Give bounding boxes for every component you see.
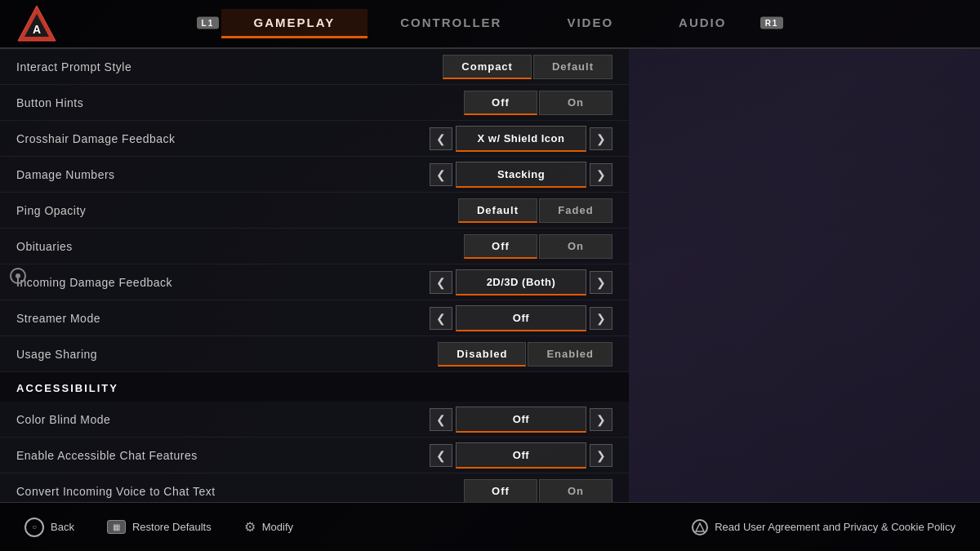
row-streamer-mode: Streamer Mode ❮ Off ❯	[0, 300, 629, 336]
label-voice-to-chat: Convert Incoming Voice to Chat Text	[16, 485, 464, 498]
toggle-obituaries-off[interactable]: Off	[464, 234, 537, 259]
label-incoming-damage-feedback: Incoming Damage Feedback	[16, 276, 430, 289]
nav-tabs: L1 GAMEPLAY CONTROLLER VIDEO AUDIO R1	[221, 9, 760, 38]
toggle-obituaries: Off On	[464, 234, 612, 259]
row-crosshair-damage-feedback: Crosshair Damage Feedback ❮ X w/ Shield …	[0, 121, 629, 157]
top-navigation: A L1 GAMEPLAY CONTROLLER VIDEO AUDIO R1	[0, 0, 980, 49]
tab-controller[interactable]: CONTROLLER	[368, 9, 534, 38]
value-damage-numbers: Stacking	[456, 162, 586, 188]
toggle-default[interactable]: Default	[533, 55, 612, 79]
label-accessible-chat: Enable Accessible Chat Features	[16, 449, 430, 462]
settings-panel: Interact Prompt Style Compact Default Bu…	[0, 49, 629, 502]
toggle-usage-sharing: Disabled Enabled	[438, 342, 612, 367]
arrow-left-colorblind[interactable]: ❮	[430, 408, 452, 431]
privacy-label: Read User Agreement and Privacy & Cookie…	[715, 521, 956, 533]
privacy-action[interactable]: Read User Agreement and Privacy & Cookie…	[692, 519, 956, 535]
selector-streamer-mode: ❮ Off ❯	[430, 305, 612, 331]
label-streamer-mode: Streamer Mode	[16, 312, 430, 325]
toggle-button-hints-off[interactable]: Off	[464, 91, 537, 115]
label-button-hints: Button Hints	[16, 96, 464, 109]
value-crosshair-damage-feedback: X w/ Shield Icon	[456, 126, 586, 152]
row-usage-sharing: Usage Sharing Disabled Enabled	[0, 336, 629, 372]
toggle-usage-enabled[interactable]: Enabled	[528, 342, 612, 367]
arrow-right-damage[interactable]: ❯	[590, 163, 612, 186]
row-ping-opacity: Ping Opacity Default Faded	[0, 193, 629, 229]
label-interact-prompt-style: Interact Prompt Style	[16, 60, 443, 73]
tab-video[interactable]: VIDEO	[534, 9, 646, 38]
selector-color-blind-mode: ❮ Off ❯	[430, 407, 612, 433]
value-streamer-mode: Off	[456, 305, 586, 331]
row-damage-numbers: Damage Numbers ❮ Stacking ❯	[0, 157, 629, 193]
selector-crosshair-damage-feedback: ❮ X w/ Shield Icon ❯	[430, 126, 612, 152]
label-damage-numbers: Damage Numbers	[16, 168, 430, 181]
indicator-dot	[16, 273, 20, 278]
back-icon: ○	[24, 518, 44, 537]
keyboard-restore-icon: ▦	[107, 520, 126, 534]
bottom-bar: ○ Back ▦ Restore Defaults ⚙ Modify Read …	[0, 502, 980, 551]
label-usage-sharing: Usage Sharing	[16, 348, 438, 361]
apex-logo: A	[16, 4, 57, 45]
r1-badge: R1	[760, 16, 784, 29]
selector-damage-numbers: ❮ Stacking ❯	[430, 162, 612, 188]
triangle-icon	[692, 519, 708, 535]
arrow-left-incoming[interactable]: ❮	[430, 271, 452, 294]
label-color-blind-mode: Color Blind Mode	[16, 413, 430, 426]
left-indicator	[10, 268, 26, 284]
modify-action[interactable]: ⚙ Modify	[244, 519, 293, 535]
toggle-voice-to-chat: Off On	[464, 479, 612, 503]
row-button-hints: Button Hints Off On	[0, 85, 629, 121]
label-obituaries: Obituaries	[16, 240, 464, 253]
row-interact-prompt-style: Interact Prompt Style Compact Default	[0, 49, 629, 85]
value-accessible-chat: Off	[456, 442, 586, 469]
toggle-ping-default[interactable]: Default	[458, 198, 537, 223]
row-voice-to-chat: Convert Incoming Voice to Chat Text Off …	[0, 473, 629, 502]
toggle-voice-off[interactable]: Off	[464, 479, 537, 503]
toggle-obituaries-on[interactable]: On	[539, 234, 612, 259]
toggle-compact[interactable]: Compact	[443, 55, 532, 79]
row-incoming-damage-feedback: Incoming Damage Feedback ❮ 2D/3D (Both) …	[0, 264, 629, 300]
tab-audio[interactable]: AUDIO R1	[646, 9, 759, 38]
modify-icon: ⚙	[244, 519, 256, 535]
selector-incoming-damage-feedback: ❮ 2D/3D (Both) ❯	[430, 269, 612, 295]
selector-accessible-chat: ❮ Off ❯	[430, 442, 612, 469]
toggle-ping-faded[interactable]: Faded	[539, 198, 612, 223]
back-action[interactable]: ○ Back	[24, 518, 74, 537]
arrow-right-streamer[interactable]: ❯	[590, 307, 612, 330]
row-accessible-chat: Enable Accessible Chat Features ❮ Off ❯	[0, 438, 629, 473]
arrow-right-colorblind[interactable]: ❯	[590, 408, 612, 431]
accessibility-title: ACCESSIBILITY	[16, 382, 118, 394]
toggle-usage-disabled[interactable]: Disabled	[438, 342, 526, 367]
arrow-right-crosshair[interactable]: ❯	[590, 127, 612, 150]
arrow-left-streamer[interactable]: ❮	[430, 307, 452, 330]
label-ping-opacity: Ping Opacity	[16, 204, 458, 217]
svg-text:A: A	[33, 23, 41, 36]
back-label: Back	[51, 521, 74, 533]
row-color-blind-mode: Color Blind Mode ❮ Off ❯	[0, 402, 629, 438]
toggle-interact-prompt-style: Compact Default	[443, 55, 612, 79]
restore-action[interactable]: ▦ Restore Defaults	[107, 520, 212, 534]
value-color-blind-mode: Off	[456, 407, 586, 433]
toggle-ping-opacity: Default Faded	[458, 198, 612, 223]
svg-marker-3	[696, 523, 704, 531]
modify-label: Modify	[262, 521, 293, 533]
restore-label: Restore Defaults	[132, 521, 212, 533]
toggle-button-hints: Off On	[464, 91, 612, 115]
arrow-right-incoming[interactable]: ❯	[590, 271, 612, 294]
arrow-left-chat[interactable]: ❮	[430, 444, 452, 467]
row-obituaries: Obituaries Off On	[0, 229, 629, 264]
arrow-left-damage[interactable]: ❮	[430, 163, 452, 186]
tab-gameplay[interactable]: L1 GAMEPLAY	[221, 9, 368, 38]
label-crosshair-damage-feedback: Crosshair Damage Feedback	[16, 132, 430, 145]
main-content: Interact Prompt Style Compact Default Bu…	[0, 49, 980, 502]
arrow-left-crosshair[interactable]: ❮	[430, 127, 452, 150]
value-incoming-damage-feedback: 2D/3D (Both)	[456, 269, 586, 295]
toggle-voice-on[interactable]: On	[539, 479, 612, 503]
arrow-right-chat[interactable]: ❯	[590, 444, 612, 467]
toggle-button-hints-on[interactable]: On	[539, 91, 612, 115]
right-panel	[629, 49, 980, 502]
accessibility-section-header: ACCESSIBILITY	[0, 372, 629, 402]
l1-badge: L1	[197, 16, 220, 29]
